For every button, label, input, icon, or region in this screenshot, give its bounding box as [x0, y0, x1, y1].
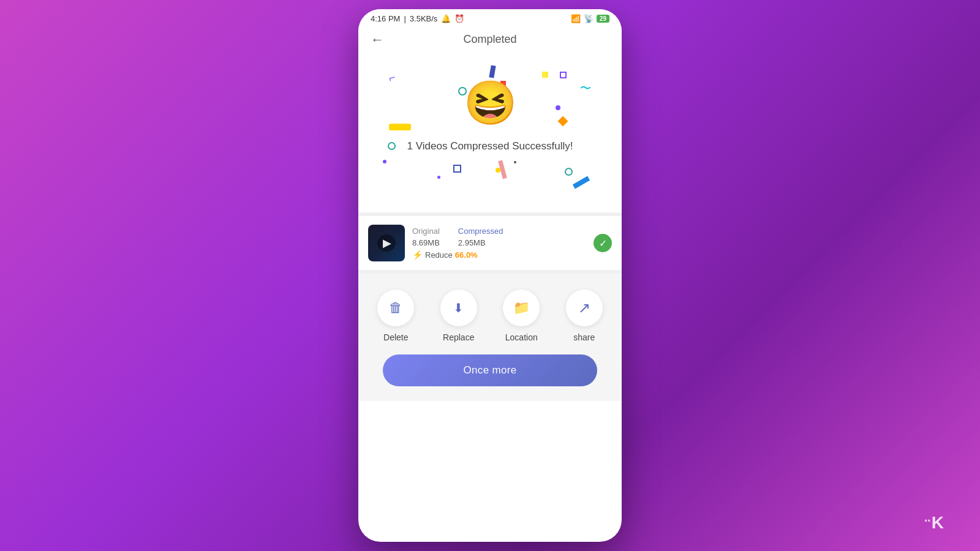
share-action[interactable]: ↗ share	[566, 290, 603, 342]
once-more-section: Once more	[358, 354, 622, 401]
delete-label: Delete	[383, 332, 408, 342]
share-button[interactable]: ↗	[566, 290, 603, 326]
clock-icon: ⏰	[454, 14, 464, 23]
original-label: Original	[412, 227, 440, 236]
status-speed: 3.5KB/s	[410, 14, 438, 23]
delete-button[interactable]: 🗑	[377, 290, 414, 326]
delete-icon: 🗑	[389, 300, 402, 316]
success-text: 1 Videos Compressed Successfully!	[407, 140, 573, 152]
share-icon: ↗	[578, 299, 590, 317]
action-buttons: 🗑 Delete ⬇ Replace 📁 Location	[364, 283, 616, 342]
location-icon: 📁	[513, 300, 530, 316]
reduce-label: Reduce	[425, 250, 453, 260]
status-bar: 4:16 PM | 3.5KB/s 🔔 ⏰ 📶 📡 29	[358, 9, 622, 27]
battery-icon: 29	[597, 15, 609, 23]
status-separator: |	[404, 14, 405, 23]
location-button[interactable]: 📁	[503, 290, 540, 326]
signal-icon: 📶	[571, 14, 581, 23]
location-label: Location	[505, 332, 538, 342]
delete-action[interactable]: 🗑 Delete	[377, 290, 414, 342]
header: ← Completed	[358, 27, 622, 53]
wifi-icon: 📡	[584, 14, 594, 23]
video-thumbnail	[368, 225, 405, 261]
status-right: 📶 📡 29	[571, 14, 609, 23]
share-label: share	[573, 332, 595, 342]
watermark: ··K	[924, 513, 943, 533]
watermark-k: K	[932, 513, 943, 532]
compressed-label: Compressed	[458, 227, 503, 236]
video-details: Original Compressed 8.69MB 2.95MB ⚡ Redu…	[412, 227, 586, 260]
check-circle: ✓	[594, 234, 612, 252]
replace-action[interactable]: ⬇ Replace	[440, 290, 477, 342]
status-left: 4:16 PM | 3.5KB/s 🔔 ⏰	[371, 14, 464, 23]
alarm-icon: 🔔	[441, 14, 451, 23]
confetti: ⌐ 〜	[358, 53, 622, 212]
replace-label: Replace	[443, 332, 474, 342]
celebration-emoji: 😆	[464, 78, 517, 128]
video-info-section: Original Compressed 8.69MB 2.95MB ⚡ Redu…	[358, 216, 622, 270]
once-more-button[interactable]: Once more	[383, 354, 597, 386]
status-time: 4:16 PM	[371, 14, 400, 23]
compressed-size: 2.95MB	[458, 238, 486, 247]
video-card: Original Compressed 8.69MB 2.95MB ⚡ Redu…	[358, 216, 622, 270]
back-button[interactable]: ←	[371, 32, 384, 48]
page-title: Completed	[463, 33, 516, 46]
reduce-badge: ⚡ Reduce 66.0%	[412, 250, 586, 260]
phone-frame: 4:16 PM | 3.5KB/s 🔔 ⏰ 📶 📡 29 ← Completed…	[358, 9, 622, 542]
replace-icon: ⬇	[453, 301, 464, 315]
reduce-percent: 66.0%	[455, 250, 478, 260]
replace-button[interactable]: ⬇	[440, 290, 477, 326]
watermark-dots: ··	[924, 513, 930, 528]
video-labels: Original Compressed	[412, 227, 586, 236]
background: 4:16 PM | 3.5KB/s 🔔 ⏰ 📶 📡 29 ← Completed…	[0, 0, 980, 551]
lightning-icon: ⚡	[412, 250, 423, 260]
video-sizes: 8.69MB 2.95MB	[412, 238, 586, 247]
actions-section: 🗑 Delete ⬇ Replace 📁 Location	[358, 274, 622, 354]
location-action[interactable]: 📁 Location	[503, 290, 540, 342]
celebration-area: ⌐ 〜	[358, 53, 622, 212]
original-size: 8.69MB	[412, 238, 440, 247]
